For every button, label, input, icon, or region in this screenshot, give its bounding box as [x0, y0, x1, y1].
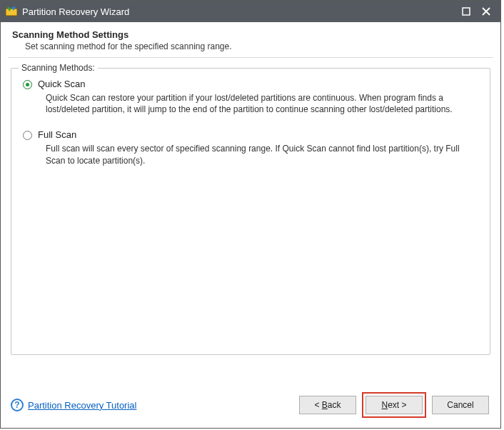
- svg-rect-1: [463, 8, 470, 15]
- next-button[interactable]: Next >: [366, 396, 423, 414]
- option-label: Quick Scan: [38, 79, 85, 89]
- option-description: Quick Scan can restore your partition if…: [46, 92, 478, 115]
- app-icon: [5, 5, 18, 18]
- help-icon: ?: [11, 399, 24, 411]
- titlebar: Partition Recovery Wizard: [1, 1, 500, 22]
- next-button-highlight: Next >: [362, 392, 426, 418]
- radio-quick-scan[interactable]: [23, 80, 32, 89]
- cancel-button[interactable]: Cancel: [432, 396, 489, 414]
- page-heading: Scanning Method Settings: [12, 29, 489, 40]
- help-section: ? Partition Recovery Tutorial: [11, 399, 136, 411]
- header: Scanning Method Settings Set scanning me…: [1, 22, 500, 57]
- page-subheading: Set scanning method for the specified sc…: [12, 41, 489, 51]
- radio-full-scan[interactable]: [23, 131, 32, 140]
- option-description: Full scan will scan every sector of spec…: [46, 143, 478, 166]
- option-quick-scan[interactable]: Quick Scan: [23, 79, 478, 89]
- option-full-scan[interactable]: Full Scan: [23, 129, 478, 140]
- help-link[interactable]: Partition Recovery Tutorial: [28, 400, 136, 411]
- scanning-methods-group: Scanning Methods: Quick Scan Quick Scan …: [11, 68, 490, 355]
- option-label: Full Scan: [38, 129, 76, 140]
- back-button[interactable]: < Back: [299, 396, 356, 414]
- group-legend: Scanning Methods:: [19, 63, 98, 73]
- window-title: Partition Recovery Wizard: [22, 6, 456, 17]
- svg-rect-0: [6, 9, 17, 16]
- footer: ? Partition Recovery Tutorial < Back Nex…: [1, 385, 500, 428]
- content-area: Scanning Methods: Quick Scan Quick Scan …: [1, 58, 500, 385]
- close-button[interactable]: [476, 1, 496, 21]
- wizard-window: Partition Recovery Wizard Scanning Metho…: [0, 0, 501, 429]
- maximize-button[interactable]: [456, 1, 476, 21]
